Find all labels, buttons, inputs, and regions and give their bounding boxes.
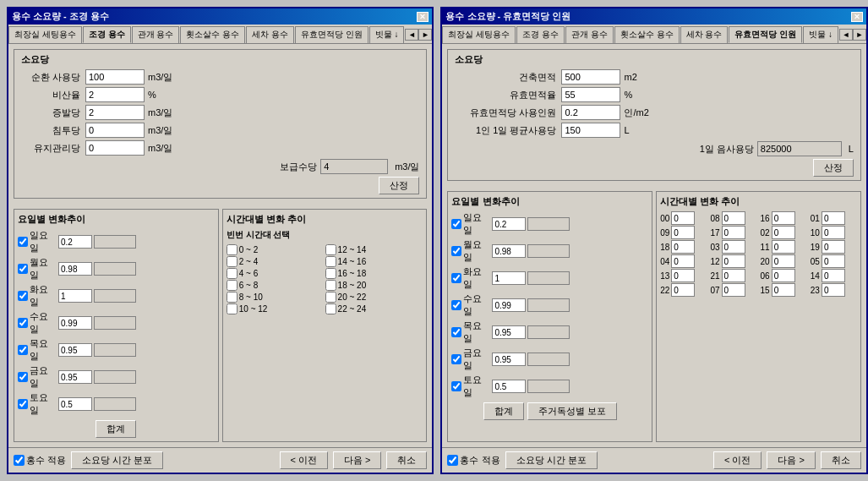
left-dist-button[interactable]: 소요당 시간 분포: [71, 451, 163, 469]
day-check-3[interactable]: [18, 318, 28, 328]
tcheck-cb-11[interactable]: [325, 303, 336, 314]
day-check-0[interactable]: [18, 237, 28, 247]
day-input-0[interactable]: [58, 235, 92, 249]
rtab-4[interactable]: 세차 용수: [680, 26, 729, 43]
tab-prev-btn[interactable]: ◄: [405, 29, 418, 41]
day-check-6[interactable]: [18, 399, 28, 409]
left-flood-checkbox[interactable]: [14, 455, 25, 466]
tab-left-2[interactable]: 관개 용수: [132, 26, 180, 43]
tg-inp-05[interactable]: [822, 254, 845, 268]
rtab-6[interactable]: 빗물 ↓: [803, 26, 838, 43]
tg-inp-10[interactable]: [822, 226, 845, 239]
tg-inp-04[interactable]: [671, 254, 695, 268]
left-calc-button[interactable]: 산정: [379, 177, 419, 194]
tg-inp-09[interactable]: [671, 226, 695, 239]
tg-inp-03[interactable]: [722, 240, 745, 254]
right-sum-button[interactable]: 합계: [483, 402, 524, 420]
tab-left-0[interactable]: 최장실 세팅용수: [8, 26, 82, 43]
day-input-6[interactable]: [58, 397, 92, 411]
tg-inp-22[interactable]: [671, 283, 695, 297]
tg-inp-02[interactable]: [772, 226, 795, 239]
tg-inp-20[interactable]: [772, 254, 795, 268]
rday-input-0[interactable]: [492, 217, 526, 231]
day-check-1[interactable]: [18, 264, 28, 274]
left-close-button[interactable]: ✕: [417, 12, 429, 22]
tcheck-cb-9[interactable]: [325, 280, 336, 291]
rfield-input-3[interactable]: [561, 123, 620, 138]
left-flood-check-label[interactable]: 홍수 적용: [14, 454, 66, 467]
right-cancel-button[interactable]: 취소: [821, 451, 861, 469]
tg-inp-21[interactable]: [722, 269, 745, 282]
right-flood-check-label[interactable]: 홍수 적용: [447, 454, 500, 467]
right-tab-prev-btn[interactable]: ◄: [839, 29, 853, 41]
rday-input-1[interactable]: [492, 244, 526, 258]
day-check-2[interactable]: [18, 291, 28, 301]
tab-left-4[interactable]: 세차 용수: [246, 26, 294, 43]
tg-inp-08[interactable]: [722, 211, 745, 225]
right-calc-button[interactable]: 산정: [813, 159, 854, 177]
rday-check-2[interactable]: [451, 273, 461, 283]
rday-input-2[interactable]: [492, 271, 526, 285]
tcheck-cb-0[interactable]: [227, 244, 237, 255]
field-input-1[interactable]: [85, 87, 145, 102]
field-input-3[interactable]: [85, 123, 145, 138]
rtab-2[interactable]: 관개 용수: [565, 26, 614, 43]
day-input-1[interactable]: [58, 262, 92, 276]
right-next-button[interactable]: 다음 >: [767, 451, 815, 469]
tg-inp-18[interactable]: [671, 240, 695, 254]
left-cancel-button[interactable]: 취소: [386, 451, 427, 469]
rday-check-5[interactable]: [451, 354, 461, 364]
tg-inp-23[interactable]: [822, 283, 845, 297]
right-extra-button[interactable]: 주거독성별 보포: [527, 402, 617, 420]
tg-inp-17[interactable]: [722, 226, 745, 239]
tab-left-6[interactable]: 빗물 ↓: [369, 26, 405, 43]
right-tab-next-btn[interactable]: ►: [853, 29, 866, 41]
rtab-0[interactable]: 최장실 세팅용수: [442, 26, 516, 43]
day-check-4[interactable]: [18, 345, 28, 355]
tcheck-cb-3[interactable]: [227, 280, 237, 291]
tg-inp-14[interactable]: [822, 269, 845, 282]
right-dist-button[interactable]: 소요당 시간 분포: [505, 451, 598, 469]
rday-input-5[interactable]: [492, 353, 526, 366]
tg-inp-11[interactable]: [772, 240, 795, 254]
tab-left-3[interactable]: 횟소살수 용수: [180, 26, 245, 43]
tcheck-cb-1[interactable]: [227, 256, 237, 267]
left-next-button[interactable]: 다음 >: [333, 451, 381, 469]
tab-left-1[interactable]: 조경 용수: [83, 26, 131, 43]
tg-inp-12[interactable]: [722, 254, 745, 268]
rday-input-4[interactable]: [492, 325, 526, 339]
tcheck-cb-5[interactable]: [227, 303, 237, 314]
tcheck-cb-4[interactable]: [227, 292, 237, 303]
rfield-input-0[interactable]: [561, 69, 620, 85]
field-input-4[interactable]: [85, 140, 145, 156]
rday-check-4[interactable]: [451, 327, 461, 337]
tcheck-cb-2[interactable]: [227, 268, 237, 279]
tcheck-cb-10[interactable]: [325, 292, 336, 303]
rday-check-0[interactable]: [451, 219, 461, 229]
day-input-5[interactable]: [58, 370, 92, 384]
rfield-input-2[interactable]: [561, 105, 620, 120]
rday-check-3[interactable]: [451, 300, 461, 310]
tg-inp-15[interactable]: [772, 283, 795, 297]
right-flood-checkbox[interactable]: [447, 455, 458, 466]
rtab-5[interactable]: 유효면적당 인원: [729, 26, 802, 43]
tg-inp-16[interactable]: [772, 211, 795, 225]
left-prev-button[interactable]: < 이전: [280, 451, 328, 469]
tg-inp-13[interactable]: [671, 269, 695, 282]
tg-inp-00[interactable]: [671, 211, 695, 225]
left-sum-button[interactable]: 합계: [96, 420, 136, 438]
tab-left-5[interactable]: 유효면적당 인원: [295, 26, 368, 43]
day-input-2[interactable]: [58, 289, 92, 303]
tab-next-btn[interactable]: ►: [418, 29, 432, 41]
right-close-button[interactable]: ✕: [851, 12, 863, 22]
tg-inp-07[interactable]: [722, 283, 745, 297]
field-input-0[interactable]: [85, 69, 145, 85]
tcheck-cb-7[interactable]: [325, 256, 336, 267]
right-prev-button[interactable]: < 이전: [713, 451, 762, 469]
rtab-3[interactable]: 횟소살수 용수: [614, 26, 680, 43]
tg-inp-06[interactable]: [772, 269, 795, 282]
rfield-input-1[interactable]: [561, 87, 620, 102]
rday-input-3[interactable]: [492, 298, 526, 312]
tcheck-cb-6[interactable]: [325, 244, 336, 255]
rtab-1[interactable]: 조경 용수: [516, 26, 565, 43]
